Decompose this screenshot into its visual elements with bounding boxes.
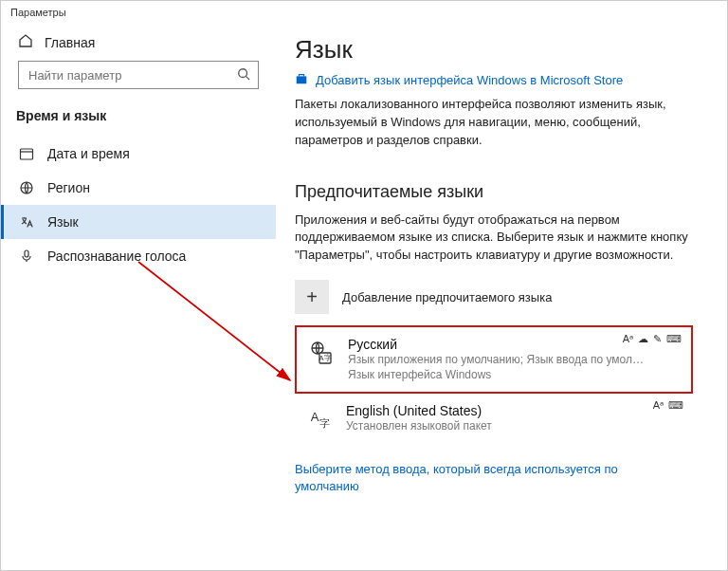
sidebar-home-label: Главная [45,35,95,50]
svg-text:字: 字 [319,417,330,429]
svg-text:A字: A字 [318,354,331,362]
sidebar-item-language[interactable]: Язык [1,205,276,239]
svg-text:A: A [311,410,319,424]
svg-rect-5 [25,250,28,257]
language-item-english[interactable]: A 字 English (United States) Установлен я… [295,394,693,443]
sidebar-item-speech[interactable]: Распознавание голоса [1,239,276,273]
page-heading: Язык [295,35,708,64]
language-pack-description: Пакеты локализованного интерфейса позвол… [295,96,708,150]
text-to-speech-icon: ☁ [638,333,648,345]
language-item-russian[interactable]: A字 Русский Язык приложения по умолчанию;… [295,325,693,394]
svg-rect-6 [297,76,307,83]
store-icon [295,72,308,88]
preferred-languages-description: Приложения и веб-сайты будут отображатьс… [295,212,708,266]
language-glyph-icon: A 字 [304,405,333,433]
keyboard-icon: ⌨ [666,333,682,345]
language-subtitle: Язык приложения по умолчанию; Язык ввода… [348,352,682,367]
keyboard-icon: ⌨ [668,399,683,412]
window-title: Параметры [1,1,727,20]
display-language-icon: Aᵃ [623,333,633,345]
language-glyph-icon: A字 [306,339,335,367]
store-link[interactable]: Добавить язык интерфейса Windows в Micro… [295,72,708,88]
sidebar: Главная Время и язык [1,20,276,568]
add-language-button[interactable]: + Добавление предпочитаемого языка [295,280,708,314]
sidebar-item-region[interactable]: Регион [1,171,276,205]
handwriting-icon: ✎ [653,333,662,345]
language-subtitle: Установлен языковой пакет [346,418,683,433]
language-name: English (United States) [346,403,683,418]
preferred-languages-heading: Предпочитаемые языки [295,182,708,202]
content-layout: Главная Время и язык [1,20,727,568]
search-box[interactable] [18,61,259,89]
display-language-icon: Aᵃ [653,399,664,412]
default-input-method-link[interactable]: Выберите метод ввода, который всегда исп… [295,461,683,495]
search-input[interactable] [27,67,237,83]
language-feature-icons: Aᵃ ☁ ✎ ⌨ [623,333,682,345]
sidebar-section-label: Время и язык [1,102,276,137]
svg-line-1 [246,76,250,80]
main-pane: Язык Добавить язык интерфейса Windows в … [276,20,727,568]
nav-label: Регион [47,180,90,195]
svg-point-0 [239,68,247,77]
nav-label: Язык [47,214,79,230]
language-subtitle-2: Язык интерфейса Windows [348,367,682,382]
nav-label: Распознавание голоса [47,249,186,264]
store-link-label: Добавить язык интерфейса Windows в Micro… [316,73,623,87]
sidebar-item-date-time[interactable]: Дата и время [1,137,276,171]
svg-rect-2 [21,149,33,159]
language-icon [19,214,34,230]
plus-icon: + [295,280,329,314]
settings-window: Параметры Главная [0,0,728,571]
nav-label: Дата и время [47,146,130,161]
search-icon [237,67,250,83]
add-language-label: Добавление предпочитаемого языка [342,290,552,304]
microphone-icon [19,249,34,264]
globe-icon [19,180,34,195]
home-icon [18,33,33,51]
sidebar-home[interactable]: Главная [10,28,266,61]
language-feature-icons: Aᵃ ⌨ [653,399,683,412]
calendar-clock-icon [19,146,34,161]
